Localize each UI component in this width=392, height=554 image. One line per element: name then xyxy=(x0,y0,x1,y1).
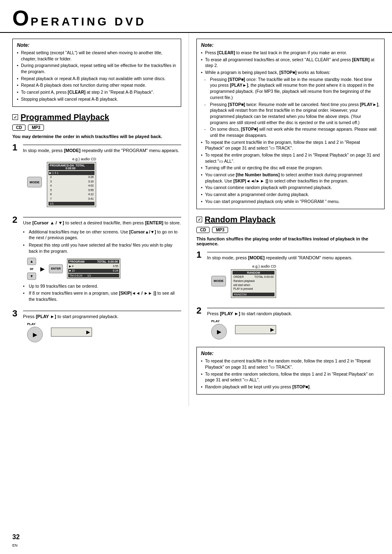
right-note-item: •You cannot alter a programmed order dur… xyxy=(201,192,380,198)
right-note-sub-item: Pressing [STOP■] twice: Resume mode will… xyxy=(204,102,380,126)
play-arrow-icon: ▶ xyxy=(86,329,90,335)
right-note-item: •You cannot use [the Number buttons] to … xyxy=(201,172,380,184)
left-note-item: Repeat setting (except "ALL") will be cl… xyxy=(17,50,177,62)
right-note-list: •Press [CLEAR] to erase the last track i… xyxy=(201,50,380,205)
step-1: 1 In stop mode, press [MODE] repeatedly … xyxy=(12,143,181,211)
left-note-title: Note: xyxy=(17,42,177,48)
step-2-number: 2 xyxy=(12,215,20,224)
left-column: Note: Repeat setting (except "ALL") will… xyxy=(0,33,189,406)
right-note-sub-item: Pressing [STOP■] once: The track/file wi… xyxy=(204,76,380,101)
play-button[interactable]: ▶ xyxy=(27,327,43,342)
random-badges: CD MP3 xyxy=(196,227,385,233)
step-2-bullet: Up to 99 tracks/files can be ordered. xyxy=(23,283,181,289)
step-2: 2 Use [Cursor ▲ / ▼] to select a desired… xyxy=(12,215,181,304)
screen-mockup-2: PROGRAM TOTAL 0:00:00 ▶ 43:55 ■ 156:24 T… xyxy=(67,259,120,279)
page-number: 32 EN xyxy=(12,533,20,548)
right-column: Note: •Press [CLEAR] to erase the last t… xyxy=(189,33,392,406)
header-letter: O xyxy=(12,7,29,29)
step-2-bullet: Additional tracks/files may be on other … xyxy=(23,229,181,241)
programmed-heading: Programmed Playback xyxy=(12,113,181,122)
programmed-badges: CD MP3 xyxy=(12,125,181,131)
random-description: This function shuffles the playing order… xyxy=(196,236,385,246)
screen-mockup-1: PROGRAM CD-DA TOTAL 0:00:00 ▶ 1 3 1 23:2… xyxy=(47,162,96,208)
random-note-title: Note: xyxy=(201,351,380,356)
random-play-button[interactable]: ▶ xyxy=(211,324,227,339)
right-note-item: •To erase all programmed tracks/files at… xyxy=(201,57,380,69)
play-label: PLAY xyxy=(27,322,43,326)
random-step-2: 2 Press [PLAY ►] to start random playbac… xyxy=(196,306,385,342)
random-step-2-content: Press [PLAY ►] to start random playback.… xyxy=(207,306,385,342)
step-2-bullet: If 8 or more tracks/files were in a prog… xyxy=(23,290,181,302)
random-step-1-number: 1 xyxy=(196,250,204,259)
check-icon xyxy=(12,114,18,120)
random-step-1-illustration: MODE e.g.) audio CD RANDOM ORDERTOTAL 0:… xyxy=(211,264,385,298)
step-1-content: In stop mode, press [MODE] repeatedly un… xyxy=(23,143,181,211)
right-note-item: •You can start programmed playback only … xyxy=(201,199,380,205)
random-badge-mp3: MP3 xyxy=(212,227,228,233)
page-lang: EN xyxy=(12,543,18,547)
random-step-2-illustration: PLAY ▶ ▶ xyxy=(211,319,385,339)
left-note-box: Note: Repeat setting (except "ALL") will… xyxy=(12,39,181,107)
cursor-down-btn[interactable]: ▼ xyxy=(27,272,36,280)
badge-mp3: MP3 xyxy=(28,125,44,131)
page-header: O PERATING DVD xyxy=(0,0,392,33)
random-note-item: •Random playback will be kept until you … xyxy=(201,384,380,390)
step-2-bullets-2: Up to 99 tracks/files can be ordered. If… xyxy=(23,283,181,302)
step-2-content: Use [Cursor ▲ / ▼] to select a desired t… xyxy=(23,215,181,304)
random-title: Random Playback xyxy=(205,215,275,224)
badge-cd: CD xyxy=(12,125,25,131)
step-3-number: 3 xyxy=(12,309,20,318)
random-note-box: Note: •To repeat the current track/file … xyxy=(196,347,385,394)
step-2-bullets: Additional tracks/files may be on other … xyxy=(23,229,181,254)
right-note-item: •Turning off the unit or ejecting the di… xyxy=(201,165,380,171)
left-note-item: Stopping playback will cancel repeat A-B… xyxy=(17,96,177,102)
random-step-2-text: Press [PLAY ►] to start random playback. xyxy=(207,311,385,317)
left-note-item: To cancel point A, press [CLEAR] at step… xyxy=(17,89,177,95)
random-note-list: •To repeat the current track/file in the… xyxy=(201,358,380,390)
random-play-arrow-icon: ▶ xyxy=(270,327,274,332)
random-check-icon xyxy=(196,217,202,222)
left-note-item: Repeat A-B playback does not function du… xyxy=(17,82,177,88)
mode-button: MODE xyxy=(27,177,42,187)
left-note-list: Repeat setting (except "ALL") will be cl… xyxy=(17,50,177,102)
programmed-description: You may determine the order in which tra… xyxy=(12,134,181,139)
left-note-item: Repeat playback or repeat A-B playback m… xyxy=(17,76,177,82)
arrow-right: ▶ xyxy=(40,265,45,272)
right-note-item: •To repeat the current track/file in the… xyxy=(201,139,380,151)
random-screen-mockup: RANDOM ORDERTOTAL 0:00:00 Random playbac… xyxy=(231,269,276,298)
random-step-1: 1 In stop mode, press [MODE] repeatedly … xyxy=(196,250,385,301)
random-step-1-text: In stop mode, press [MODE] repeatedly un… xyxy=(207,255,385,261)
eg-label-1: e.g.) audio CD xyxy=(47,157,96,161)
step-3-text: Press [PLAY ►] to start programmed playb… xyxy=(23,314,181,320)
right-note-title: Note: xyxy=(201,42,380,48)
cursor-up-btn[interactable]: ▲ xyxy=(27,258,36,265)
step-2-illustration: ▲ or ▼ ▶ ENTER PROGRAM TOTAL 0:00:00 ▶ 4… xyxy=(27,258,181,280)
play-display: ▶ xyxy=(51,328,92,337)
left-note-item: During programmed playback, repeat setti… xyxy=(17,62,177,74)
step-1-number: 1 xyxy=(12,143,20,152)
random-badge-cd: CD xyxy=(196,227,210,233)
mode-button-random: MODE xyxy=(211,276,226,286)
right-note-sub-item: On some discs, [STOP■] will not work whi… xyxy=(204,126,380,138)
right-note-item: •While a program is being played back, [… xyxy=(201,69,380,76)
random-play-label: PLAY xyxy=(211,319,227,323)
step-3-content: Press [PLAY ►] to start programmed playb… xyxy=(23,309,181,345)
right-note-item: •To repeat the entire program, follow th… xyxy=(201,152,380,164)
right-note-item: •You cannot combine random playback with… xyxy=(201,185,380,191)
step-3: 3 Press [PLAY ►] to start programmed pla… xyxy=(12,309,181,345)
random-note-item: •To repeat the current track/file in the… xyxy=(201,358,380,370)
step-3-illustration: PLAY ▶ ▶ xyxy=(27,322,181,342)
random-note-item: •To repeat the entire random selections,… xyxy=(201,371,380,383)
random-step-1-content: In stop mode, press [MODE] repeatedly un… xyxy=(207,250,385,301)
step-2-bullet: Repeat this step until you have selected… xyxy=(23,242,181,254)
right-note-sublist: Pressing [STOP■] once: The track/file wi… xyxy=(204,76,380,138)
enter-button[interactable]: ENTER xyxy=(49,264,63,273)
step-2-text: Use [Cursor ▲ / ▼] to select a desired t… xyxy=(23,220,181,226)
programmed-title: Programmed Playback xyxy=(21,113,109,122)
random-play-display: ▶ xyxy=(235,325,276,334)
random-eg-label: e.g.) audio CD xyxy=(231,264,276,268)
header-title: PERATING DVD xyxy=(30,15,146,28)
right-note-box: Note: •Press [CLEAR] to erase the last t… xyxy=(196,39,385,209)
random-heading: Random Playback xyxy=(196,215,385,224)
random-step-2-number: 2 xyxy=(196,306,204,315)
